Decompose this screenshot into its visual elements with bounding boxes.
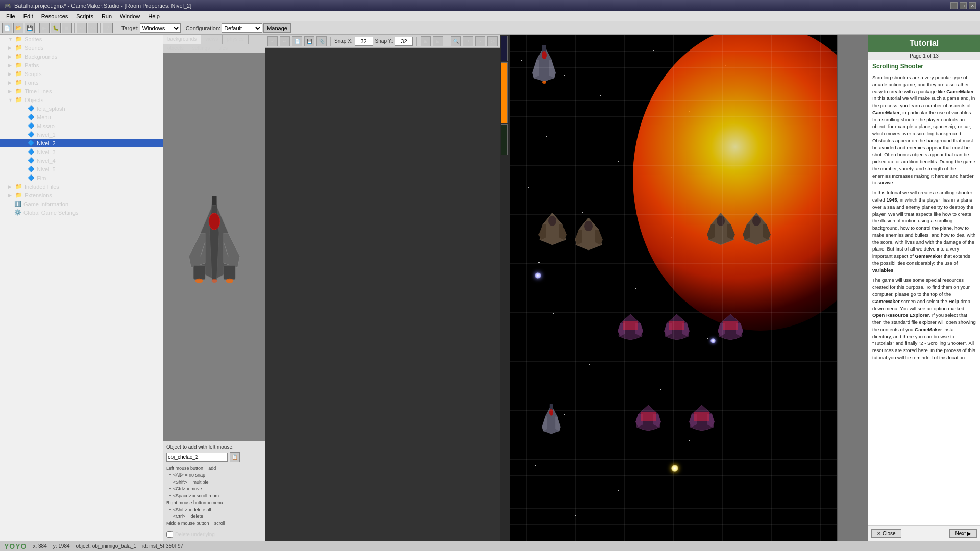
tree-icon-nivel5: 🔷 bbox=[28, 166, 35, 172]
sidebar-item-objects[interactable]: ▼ 📁 Objects bbox=[0, 95, 163, 104]
snap-x-input[interactable] bbox=[355, 37, 373, 46]
tab-objects[interactable]: objects bbox=[163, 44, 188, 53]
instruction-ctrl: + <Ctrl> = move bbox=[166, 486, 262, 493]
yoyo-logo: YOYO bbox=[4, 542, 27, 550]
object-name-input[interactable] bbox=[166, 453, 228, 462]
tree-icon-nivel3: 🔷 bbox=[28, 148, 35, 155]
sidebar-item-timelines[interactable]: ▶ 📁 Time Lines bbox=[0, 87, 163, 95]
zoom-btn[interactable]: 🔍 bbox=[451, 36, 461, 46]
page-button[interactable]: 📄 bbox=[292, 36, 302, 46]
manage-button[interactable]: Manage bbox=[263, 23, 291, 33]
tab-physics[interactable]: physics bbox=[223, 35, 248, 44]
target-label: Target: bbox=[121, 25, 139, 31]
menu-run[interactable]: Run bbox=[97, 12, 116, 20]
mini-thumb-1[interactable] bbox=[501, 36, 508, 61]
svg-point-10 bbox=[195, 279, 203, 283]
sidebar-item-global-game-settings[interactable]: ⚙️ Global Game Settings bbox=[0, 208, 163, 217]
folder-icon: 📁 bbox=[15, 192, 22, 198]
sidebar-item-paths[interactable]: ▶ 📁 Paths bbox=[0, 61, 163, 69]
menu-scripts[interactable]: Scripts bbox=[72, 12, 97, 20]
tab-backgrounds[interactable]: backgrounds bbox=[163, 35, 201, 44]
room-canvas[interactable] bbox=[510, 35, 868, 541]
stop-button[interactable]: ⏹ bbox=[62, 23, 72, 33]
project-tree: ▼ 📁 Sprites ▶ 📁 Sounds ▶ 📁 Backgrounds ▶… bbox=[0, 35, 163, 541]
snap-y-label: Snap Y: bbox=[375, 38, 393, 44]
open-button[interactable]: 📂 bbox=[13, 23, 23, 33]
redo-button[interactable]: ↪ bbox=[88, 23, 98, 33]
zoom-out-btn[interactable]: - bbox=[475, 36, 485, 46]
tab-settings[interactable]: settings bbox=[188, 44, 214, 53]
sidebar-item-menu[interactable]: 🔷 Menu bbox=[0, 113, 163, 121]
grid-btn1[interactable]: ⊞ bbox=[421, 36, 431, 46]
back-button[interactable]: ↩ bbox=[280, 36, 290, 46]
menu-window[interactable]: Window bbox=[116, 12, 144, 20]
tab-tiles[interactable]: tiles bbox=[214, 44, 232, 53]
maximize-button[interactable]: □ bbox=[960, 2, 967, 9]
close-button[interactable]: ✕ bbox=[969, 2, 976, 9]
expand-icon: ▼ bbox=[8, 97, 13, 103]
minimize-button[interactable]: ─ bbox=[950, 2, 958, 9]
sidebar-item-fim[interactable]: 🔷 Fim bbox=[0, 173, 163, 182]
menu-help[interactable]: Help bbox=[144, 12, 164, 20]
menu-file[interactable]: File bbox=[2, 12, 19, 20]
help-button[interactable]: ? bbox=[103, 23, 113, 33]
tree-label-scripts: Scripts bbox=[24, 71, 42, 77]
sidebar-item-missao[interactable]: 🔷 Missao bbox=[0, 121, 163, 130]
svg-rect-4 bbox=[193, 265, 205, 279]
instruction-right-mouse: Right mouse button = menu bbox=[166, 499, 262, 507]
run-button[interactable]: ▶ bbox=[39, 23, 50, 33]
sidebar-item-backgrounds[interactable]: ▶ 📁 Backgrounds bbox=[0, 52, 163, 61]
snap-sep1 bbox=[330, 37, 331, 46]
sidebar-item-extensions[interactable]: ▶ 📁 Extensions bbox=[0, 191, 163, 199]
menu-edit[interactable]: Edit bbox=[19, 12, 37, 20]
sidebar-item-game-information[interactable]: ℹ️ Game Information bbox=[0, 199, 163, 208]
tree-label-paths: Paths bbox=[24, 62, 39, 68]
grid-btn2[interactable]: ⊟ bbox=[433, 36, 443, 46]
clip-button[interactable]: 📎 bbox=[316, 36, 327, 46]
tree-label-objects: Objects bbox=[24, 97, 43, 103]
sidebar-item-fonts[interactable]: ▶ 📁 Fonts bbox=[0, 78, 163, 87]
save-button2[interactable]: 💾 bbox=[304, 36, 314, 46]
expand-icon: ▶ bbox=[8, 71, 13, 77]
svg-marker-2 bbox=[189, 233, 205, 267]
debug-button[interactable]: 🐛 bbox=[51, 23, 61, 33]
next-tutorial-button[interactable]: Next ▶ bbox=[949, 529, 977, 538]
sidebar-item-sounds[interactable]: ▶ 📁 Sounds bbox=[0, 43, 163, 52]
tick-button[interactable]: ✓ bbox=[267, 36, 278, 46]
new-button[interactable]: 📄 bbox=[2, 23, 12, 33]
sidebar-item-included-files[interactable]: ▶ 📁 Included Files bbox=[0, 182, 163, 191]
sidebar-item-nivel2[interactable]: 🔷 Nivel_2 bbox=[0, 139, 163, 147]
tutorial-body: Scrolling shooters are a very popular ty… bbox=[868, 72, 980, 525]
sidebar-item-nivel1[interactable]: 🔷 Nivel_1 bbox=[0, 130, 163, 139]
sidebar-item-nivel3[interactable]: 🔷 Nivel_3 bbox=[0, 147, 163, 156]
zoom-in-btn[interactable]: + bbox=[463, 36, 473, 46]
browse-object-button[interactable]: 📋 bbox=[230, 452, 240, 462]
close-tutorial-button[interactable]: ✕ Close bbox=[871, 529, 901, 538]
tutorial-para-3: The game will use some special resources… bbox=[872, 277, 976, 361]
undo-button[interactable]: ↩ bbox=[77, 23, 87, 33]
snap-y-input[interactable] bbox=[395, 37, 413, 46]
tree-icon-nivel2: 🔷 bbox=[28, 140, 35, 146]
mini-thumb-3[interactable] bbox=[501, 124, 508, 155]
sidebar-item-scripts[interactable]: ▶ 📁 Scripts bbox=[0, 69, 163, 78]
sidebar-item-tela-splash[interactable]: 🔷 tela_splash bbox=[0, 104, 163, 113]
tree-label-nivel5: Nivel_5 bbox=[37, 166, 56, 172]
menu-resources[interactable]: Resources bbox=[37, 12, 72, 20]
center-btn[interactable]: ◎ bbox=[487, 36, 498, 46]
delete-underlying-row: Delete underlying bbox=[166, 531, 262, 538]
room-canvas-area: ✓ ↩ 📄 💾 📎 Snap X: Snap Y: ⊞ ⊟ 🔍 + bbox=[265, 35, 868, 541]
mini-thumb-2[interactable] bbox=[501, 62, 508, 123]
tutorial-section-title: Scrolling Shooter bbox=[868, 60, 980, 72]
sidebar-item-nivel4[interactable]: 🔷 Nivel_4 bbox=[0, 156, 163, 165]
grid-overlay bbox=[510, 35, 868, 541]
target-select[interactable]: Windows bbox=[140, 23, 181, 33]
folder-icon: 📁 bbox=[15, 79, 22, 86]
save-button[interactable]: 💾 bbox=[24, 23, 35, 33]
sidebar-item-nivel5[interactable]: 🔷 Nivel_5 bbox=[0, 165, 163, 173]
delete-underlying-checkbox[interactable] bbox=[166, 531, 173, 538]
tree-label-game-information: Game Information bbox=[23, 201, 68, 207]
tab-views[interactable]: views bbox=[201, 35, 223, 44]
tree-label-included-files: Included Files bbox=[24, 184, 59, 190]
sidebar-item-sprites[interactable]: ▼ 📁 Sprites bbox=[0, 35, 163, 43]
configuration-select[interactable]: Default bbox=[222, 23, 262, 33]
